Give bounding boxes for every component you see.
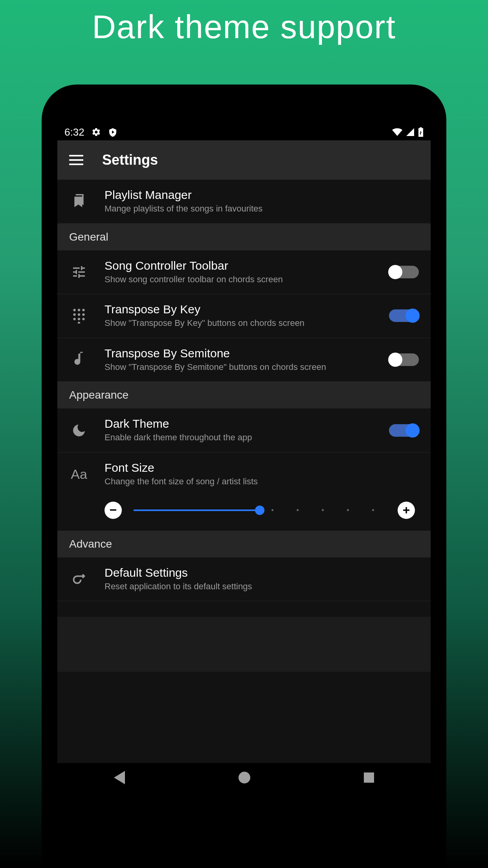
status-bar: 6:32 xyxy=(57,124,431,140)
setting-title: Dark Theme xyxy=(105,417,373,430)
svg-point-1 xyxy=(78,309,80,311)
svg-point-8 xyxy=(82,318,84,320)
increase-button[interactable]: + xyxy=(398,502,415,519)
svg-point-3 xyxy=(73,313,75,316)
battery-icon xyxy=(418,127,424,137)
toggle-dark-theme[interactable] xyxy=(389,424,419,437)
setting-desc: Mange playlists of the songs in favourit… xyxy=(105,203,419,215)
setting-desc: Reset application to its default setting… xyxy=(105,581,419,592)
section-appearance: Appearance xyxy=(57,382,431,408)
setting-desc: Change the font size of song / artist li… xyxy=(105,476,419,487)
row-playlist-manager[interactable]: Playlist Manager Mange playlists of the … xyxy=(57,180,431,224)
svg-point-5 xyxy=(82,313,84,316)
moon-icon xyxy=(69,423,89,438)
toggle-song-controller[interactable] xyxy=(389,266,419,278)
recent-apps-button[interactable] xyxy=(364,772,374,783)
bookmarks-icon xyxy=(69,193,89,209)
svg-point-0 xyxy=(73,309,75,311)
section-advance: Advance xyxy=(57,531,431,557)
setting-title: Font Size xyxy=(105,461,419,474)
toggle-transpose-key[interactable] xyxy=(389,309,419,322)
signal-icon xyxy=(406,128,414,136)
hamburger-icon[interactable] xyxy=(69,155,83,165)
refresh-icon xyxy=(69,572,89,586)
row-dark-theme[interactable]: Dark Theme Enable dark theme throughout … xyxy=(57,408,431,452)
setting-title: Default Settings xyxy=(105,566,419,579)
tune-icon xyxy=(69,264,89,280)
gear-icon xyxy=(92,127,101,137)
row-default-settings[interactable]: Default Settings Reset application to it… xyxy=(57,557,431,601)
setting-title: Transpose By Semitone xyxy=(105,347,373,360)
row-transpose-key[interactable]: Transpose By Key Show "Transpose By Key"… xyxy=(57,294,431,338)
empty-footer-block xyxy=(57,617,431,672)
play-shield-icon xyxy=(108,127,117,137)
setting-title: Transpose By Key xyxy=(105,303,373,316)
home-button[interactable] xyxy=(238,772,250,783)
svg-point-2 xyxy=(82,309,84,311)
svg-point-7 xyxy=(78,318,80,320)
page-title: Settings xyxy=(102,152,158,168)
wifi-icon xyxy=(392,128,402,136)
toggle-transpose-semitone[interactable] xyxy=(389,353,419,366)
decrease-button[interactable]: − xyxy=(105,502,122,519)
phone-frame: 6:32 xyxy=(42,85,446,868)
setting-desc: Show "Transpose By Semitone" buttons on … xyxy=(105,362,373,373)
app-bar: Settings xyxy=(57,140,431,180)
setting-desc: Show "Transpose By Key" buttons on chord… xyxy=(105,318,373,329)
promo-headline: Dark theme support xyxy=(0,0,488,46)
navigation-bar xyxy=(57,763,431,792)
font-size-slider-row: − + xyxy=(57,496,431,531)
back-button[interactable] xyxy=(114,771,125,784)
row-transpose-semitone[interactable]: Transpose By Semitone Show "Transpose By… xyxy=(57,338,431,382)
row-font-size: Aa Font Size Change the font size of son… xyxy=(57,452,431,496)
setting-title: Playlist Manager xyxy=(105,188,419,202)
dialpad-icon xyxy=(69,308,89,324)
setting-title: Song Controller Toolbar xyxy=(105,259,373,272)
font-size-slider[interactable] xyxy=(134,509,386,511)
svg-point-9 xyxy=(78,322,80,324)
svg-point-6 xyxy=(73,318,75,320)
row-song-controller[interactable]: Song Controller Toolbar Show song contro… xyxy=(57,250,431,294)
setting-desc: Enable dark theme throughout the app xyxy=(105,432,373,443)
status-time: 6:32 xyxy=(64,126,84,138)
setting-desc: Show song controller toolbar on chords s… xyxy=(105,274,373,285)
app-screen: 6:32 xyxy=(57,124,431,792)
svg-point-4 xyxy=(78,313,80,316)
font-size-icon: Aa xyxy=(69,467,89,482)
slider-thumb[interactable] xyxy=(255,506,264,515)
section-general: General xyxy=(57,224,431,250)
music-note-icon xyxy=(69,352,89,368)
